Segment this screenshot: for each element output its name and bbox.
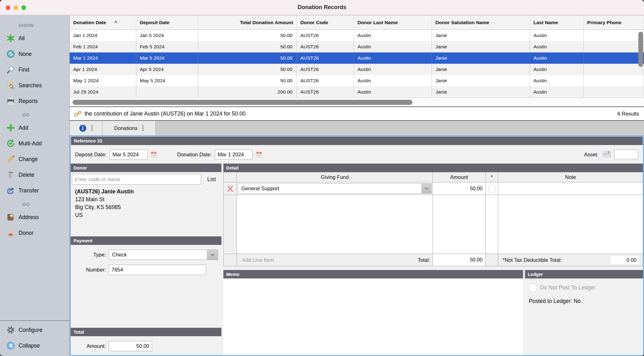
- total-section: Amount:: [71, 336, 221, 355]
- horizontal-scrollbar-thumb[interactable]: [73, 100, 412, 105]
- posted-to-ledger-text: Posted to Ledger: No: [529, 298, 639, 305]
- do-not-post-checkbox[interactable]: [529, 283, 537, 292]
- column-header-deposit-date[interactable]: Deposit Date: [136, 15, 198, 30]
- not-tax-deductible-checkbox[interactable]: [488, 185, 496, 192]
- column-header-donor-code[interactable]: Donor Code: [297, 15, 354, 30]
- sidebar-item-searches[interactable]: Searches: [0, 78, 69, 93]
- calendar-icon[interactable]: [150, 151, 158, 158]
- sidebar-item-all[interactable]: All: [0, 30, 69, 46]
- detail-footer-note: *Not Tax Deductible Total: 0.00: [498, 254, 643, 266]
- tab-donations[interactable]: Donations: [102, 121, 156, 135]
- column-header-donor-last-name[interactable]: Donor Last Name: [354, 15, 432, 30]
- table-cell: Janie: [432, 30, 530, 41]
- donor-address-block: (AUST26) Janie Austin 123 Main St Big Ci…: [71, 186, 221, 221]
- column-header-primary-phone[interactable]: Primary Phone: [584, 15, 644, 30]
- table-cell: Austin: [530, 41, 584, 52]
- sidebar-item-delete[interactable]: Delete: [0, 167, 69, 183]
- detail-footer-star: [486, 254, 498, 266]
- donation-date-label: Donation Date:: [177, 152, 212, 158]
- calendar-icon[interactable]: [255, 151, 263, 158]
- total-amount-label: Amount:: [71, 343, 106, 349]
- add-line-item-button[interactable]: Add Line Item: [242, 257, 274, 263]
- table-row[interactable]: May 1 2024May 5 202450.00AUST26AustinJan…: [70, 75, 644, 86]
- table-cell: AUST26: [297, 64, 354, 75]
- star-column-filler: [486, 195, 498, 254]
- note-column-filler: [498, 195, 643, 254]
- close-window-button[interactable]: [6, 5, 10, 10]
- line-item-amount-cell[interactable]: 50.00: [433, 182, 486, 195]
- table-cell: Jan 5 2024: [136, 30, 198, 41]
- table-cell: 50.00: [198, 52, 297, 64]
- multi-add-icon: [6, 139, 15, 148]
- horizontal-scrollbar-track[interactable]: [70, 98, 644, 106]
- kebab-menu-icon[interactable]: [142, 125, 144, 131]
- sidebar-item-find[interactable]: Find: [0, 62, 69, 78]
- kebab-menu-icon[interactable]: [91, 125, 93, 131]
- sidebar-item-label: Delete: [19, 172, 35, 178]
- column-header-donor-salutation-name[interactable]: Donor Salutation Name: [432, 15, 530, 30]
- asset-group: Asset:: [584, 150, 638, 159]
- column-header-donation-date[interactable]: Donation Date^: [70, 15, 136, 30]
- dates-row: Deposit Date: Donation Date: Asset:: [71, 145, 643, 164]
- sidebar-item-address[interactable]: Address: [0, 209, 69, 225]
- sidebar-item-label: Reports: [19, 98, 38, 105]
- sidebar-item-donor[interactable]: Donor: [0, 225, 69, 241]
- table-row[interactable]: Jan 1 2024Jan 5 202450.00AUST26AustinJan…: [70, 30, 644, 41]
- asset-lookup-book-icon[interactable]: [602, 150, 612, 159]
- vertical-scrollbar-thumb[interactable]: [638, 32, 643, 67]
- sidebar-item-reports[interactable]: Reports: [0, 93, 69, 109]
- sidebar-item-label: Donor: [19, 230, 34, 236]
- table-cell: Austin: [354, 41, 432, 52]
- sidebar-item-change[interactable]: Change: [0, 151, 69, 167]
- table-cell: Austin: [530, 75, 584, 86]
- sidebar-item-add[interactable]: Add: [0, 120, 69, 136]
- sidebar-item-configure[interactable]: Configure: [0, 322, 69, 338]
- sidebar-item-transfer[interactable]: Transfer: [0, 183, 69, 198]
- sort-ascending-indicator: ^: [114, 20, 117, 25]
- line-item-note-cell[interactable]: [498, 182, 643, 195]
- table-cell: AUST26: [297, 30, 354, 41]
- sidebar-item-none[interactable]: None: [0, 46, 69, 62]
- donation-list-header: Donation Date^Deposit DateTotal Donation…: [70, 15, 644, 30]
- table-cell: Mar 1 2024: [70, 52, 136, 64]
- minimize-window-button[interactable]: [14, 5, 18, 10]
- table-cell: [136, 86, 198, 98]
- payment-number-input[interactable]: [109, 265, 206, 275]
- title-bar: Donation Records: [0, 0, 644, 15]
- sidebar-item-collapse[interactable]: Collapse: [0, 338, 69, 353]
- tab-info[interactable]: [70, 121, 102, 135]
- zoom-window-button[interactable]: [21, 5, 26, 10]
- chevron-down-icon[interactable]: [422, 184, 431, 193]
- chevron-down-icon[interactable]: [207, 250, 218, 260]
- printer-icon: [6, 97, 15, 105]
- donor-section-header: Donor: [71, 164, 221, 172]
- table-row[interactable]: Feb 1 2024Feb 5 202450.00AUST26AustinJan…: [70, 41, 644, 52]
- red-x-icon: [226, 185, 234, 192]
- column-header-last-name[interactable]: Last Name: [530, 15, 584, 30]
- table-row[interactable]: Mar 1 2024Mar 5 202450.00AUST26AustinJan…: [70, 52, 644, 64]
- sidebar-item-multi-add[interactable]: Multi-Add: [0, 136, 69, 151]
- donor-search-input[interactable]: [72, 174, 201, 185]
- giving-fund-select[interactable]: General Support: [238, 183, 432, 194]
- table-cell: Janie: [432, 64, 530, 75]
- delete-line-item-button[interactable]: [224, 182, 237, 195]
- pencil-icon: [6, 155, 15, 164]
- table-row[interactable]: Apr 1 2024Apr 5 202450.00AUST26AustinJan…: [70, 64, 644, 75]
- amount-column-filler: [433, 195, 486, 254]
- payment-type-select[interactable]: Check: [109, 250, 218, 260]
- asset-input[interactable]: [614, 150, 638, 159]
- deposit-date-input[interactable]: [110, 150, 147, 159]
- total-amount-input[interactable]: [109, 341, 152, 351]
- memo-section-header: Memo: [223, 270, 523, 278]
- donation-date-input[interactable]: [215, 150, 253, 159]
- table-cell: [584, 64, 644, 75]
- table-row[interactable]: Jul 29 2024200.00AUST26AustinJanieAustin: [70, 86, 644, 98]
- table-cell: 200.00: [198, 86, 297, 98]
- memo-input[interactable]: [223, 278, 523, 355]
- table-cell: Janie: [432, 86, 530, 98]
- reference-header: Reference 33: [71, 137, 643, 145]
- donor-section: List (AUST26) Janie Austin 123 Main St B…: [71, 172, 221, 236]
- list-button[interactable]: List: [201, 176, 219, 183]
- column-header-total-donation-amount[interactable]: Total Donation Amount: [198, 15, 297, 30]
- table-cell: Jan 1 2024: [70, 30, 136, 41]
